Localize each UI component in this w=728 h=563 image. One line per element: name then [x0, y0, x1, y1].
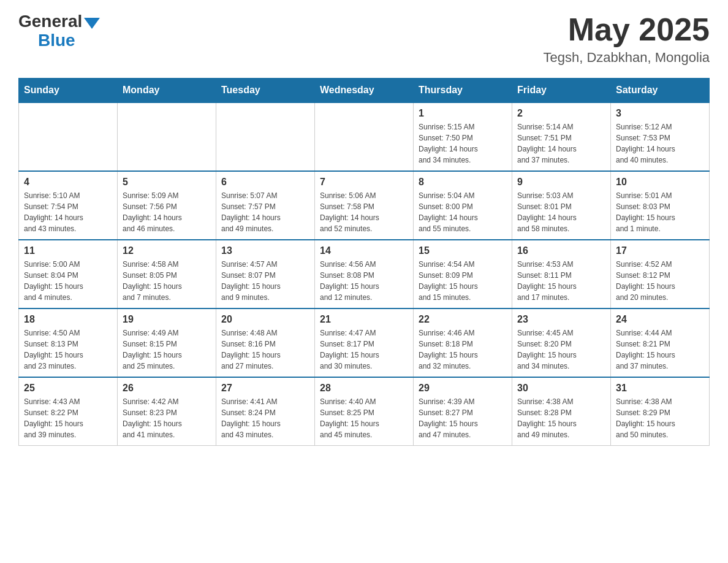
day-number: 19	[123, 314, 211, 325]
table-row: 7Sunrise: 5:06 AM Sunset: 7:58 PM Daylig…	[315, 171, 414, 240]
table-row: 31Sunrise: 4:38 AM Sunset: 8:29 PM Dayli…	[611, 377, 710, 446]
calendar-week-row: 1Sunrise: 5:15 AM Sunset: 7:50 PM Daylig…	[19, 102, 710, 171]
day-info: Sunrise: 4:39 AM Sunset: 8:27 PM Dayligh…	[419, 396, 507, 440]
table-row	[19, 102, 118, 171]
table-row	[216, 102, 315, 171]
table-row: 14Sunrise: 4:56 AM Sunset: 8:08 PM Dayli…	[315, 240, 414, 308]
day-number: 9	[517, 177, 605, 188]
day-number: 20	[221, 314, 309, 325]
day-info: Sunrise: 5:15 AM Sunset: 7:50 PM Dayligh…	[419, 121, 507, 166]
day-info: Sunrise: 5:14 AM Sunset: 7:51 PM Dayligh…	[517, 121, 605, 166]
table-row	[315, 102, 414, 171]
table-row: 26Sunrise: 4:42 AM Sunset: 8:23 PM Dayli…	[118, 377, 216, 446]
calendar-week-row: 4Sunrise: 5:10 AM Sunset: 7:54 PM Daylig…	[19, 171, 710, 240]
logo: General Blue	[18, 12, 100, 50]
day-info: Sunrise: 4:45 AM Sunset: 8:20 PM Dayligh…	[517, 327, 605, 372]
day-info: Sunrise: 4:52 AM Sunset: 8:12 PM Dayligh…	[616, 259, 704, 303]
day-number: 23	[517, 314, 605, 325]
table-row: 20Sunrise: 4:48 AM Sunset: 8:16 PM Dayli…	[216, 308, 315, 377]
day-number: 4	[24, 177, 112, 188]
day-info: Sunrise: 5:01 AM Sunset: 8:03 PM Dayligh…	[616, 190, 704, 234]
day-info: Sunrise: 4:54 AM Sunset: 8:09 PM Dayligh…	[419, 259, 507, 303]
table-row: 17Sunrise: 4:52 AM Sunset: 8:12 PM Dayli…	[611, 240, 710, 308]
day-info: Sunrise: 4:47 AM Sunset: 8:17 PM Dayligh…	[320, 327, 408, 372]
day-info: Sunrise: 5:12 AM Sunset: 7:53 PM Dayligh…	[616, 121, 704, 166]
day-number: 8	[419, 177, 507, 188]
day-info: Sunrise: 5:06 AM Sunset: 7:58 PM Dayligh…	[320, 190, 408, 234]
day-number: 28	[320, 383, 408, 394]
day-info: Sunrise: 4:38 AM Sunset: 8:29 PM Dayligh…	[616, 396, 704, 440]
day-number: 27	[221, 383, 309, 394]
day-number: 5	[123, 177, 211, 188]
header-saturday: Saturday	[611, 79, 710, 103]
day-number: 2	[517, 108, 605, 119]
table-row: 29Sunrise: 4:39 AM Sunset: 8:27 PM Dayli…	[414, 377, 512, 446]
table-row: 28Sunrise: 4:40 AM Sunset: 8:25 PM Dayli…	[315, 377, 414, 446]
table-row: 21Sunrise: 4:47 AM Sunset: 8:17 PM Dayli…	[315, 308, 414, 377]
table-row: 8Sunrise: 5:04 AM Sunset: 8:00 PM Daylig…	[414, 171, 512, 240]
table-row: 1Sunrise: 5:15 AM Sunset: 7:50 PM Daylig…	[414, 102, 512, 171]
day-info: Sunrise: 4:56 AM Sunset: 8:08 PM Dayligh…	[320, 259, 408, 303]
day-info: Sunrise: 5:03 AM Sunset: 8:01 PM Dayligh…	[517, 190, 605, 234]
day-number: 17	[616, 245, 704, 256]
title-area: May 2025 Tegsh, Dzabkhan, Mongolia	[544, 12, 710, 66]
day-info: Sunrise: 5:00 AM Sunset: 8:04 PM Dayligh…	[24, 259, 112, 303]
location-subtitle: Tegsh, Dzabkhan, Mongolia	[544, 50, 710, 66]
day-number: 13	[221, 245, 309, 256]
header-friday: Friday	[512, 79, 611, 103]
day-number: 29	[419, 383, 507, 394]
calendar-table: Sunday Monday Tuesday Wednesday Thursday…	[18, 78, 710, 446]
day-number: 1	[419, 108, 507, 119]
day-number: 22	[419, 314, 507, 325]
day-info: Sunrise: 4:44 AM Sunset: 8:21 PM Dayligh…	[616, 327, 704, 372]
logo-general-text: General	[18, 12, 82, 31]
logo-triangle-icon	[84, 18, 100, 29]
day-info: Sunrise: 5:04 AM Sunset: 8:00 PM Dayligh…	[419, 190, 507, 234]
table-row: 19Sunrise: 4:49 AM Sunset: 8:15 PM Dayli…	[118, 308, 216, 377]
table-row: 15Sunrise: 4:54 AM Sunset: 8:09 PM Dayli…	[414, 240, 512, 308]
table-row: 4Sunrise: 5:10 AM Sunset: 7:54 PM Daylig…	[19, 171, 118, 240]
day-number: 12	[123, 245, 211, 256]
header-monday: Monday	[118, 79, 216, 103]
header-tuesday: Tuesday	[216, 79, 315, 103]
table-row: 12Sunrise: 4:58 AM Sunset: 8:05 PM Dayli…	[118, 240, 216, 308]
header-sunday: Sunday	[19, 79, 118, 103]
calendar-week-row: 11Sunrise: 5:00 AM Sunset: 8:04 PM Dayli…	[19, 240, 710, 308]
day-number: 18	[24, 314, 112, 325]
calendar-week-row: 25Sunrise: 4:43 AM Sunset: 8:22 PM Dayli…	[19, 377, 710, 446]
day-info: Sunrise: 5:07 AM Sunset: 7:57 PM Dayligh…	[221, 190, 309, 234]
table-row: 13Sunrise: 4:57 AM Sunset: 8:07 PM Dayli…	[216, 240, 315, 308]
table-row: 5Sunrise: 5:09 AM Sunset: 7:56 PM Daylig…	[118, 171, 216, 240]
calendar-header-row: Sunday Monday Tuesday Wednesday Thursday…	[19, 79, 710, 103]
table-row: 10Sunrise: 5:01 AM Sunset: 8:03 PM Dayli…	[611, 171, 710, 240]
calendar-week-row: 18Sunrise: 4:50 AM Sunset: 8:13 PM Dayli…	[19, 308, 710, 377]
day-number: 25	[24, 383, 112, 394]
day-number: 30	[517, 383, 605, 394]
logo-blue-text: Blue	[38, 31, 75, 50]
day-number: 21	[320, 314, 408, 325]
day-info: Sunrise: 4:41 AM Sunset: 8:24 PM Dayligh…	[221, 396, 309, 440]
header-wednesday: Wednesday	[315, 79, 414, 103]
day-info: Sunrise: 4:50 AM Sunset: 8:13 PM Dayligh…	[24, 327, 112, 372]
day-number: 31	[616, 383, 704, 394]
day-info: Sunrise: 4:38 AM Sunset: 8:28 PM Dayligh…	[517, 396, 605, 440]
day-number: 15	[419, 245, 507, 256]
day-info: Sunrise: 4:49 AM Sunset: 8:15 PM Dayligh…	[123, 327, 211, 372]
table-row: 27Sunrise: 4:41 AM Sunset: 8:24 PM Dayli…	[216, 377, 315, 446]
day-info: Sunrise: 4:58 AM Sunset: 8:05 PM Dayligh…	[123, 259, 211, 303]
table-row: 30Sunrise: 4:38 AM Sunset: 8:28 PM Dayli…	[512, 377, 611, 446]
day-number: 16	[517, 245, 605, 256]
day-info: Sunrise: 4:42 AM Sunset: 8:23 PM Dayligh…	[123, 396, 211, 440]
header: General Blue May 2025 Tegsh, Dzabkhan, M…	[18, 12, 710, 66]
table-row: 22Sunrise: 4:46 AM Sunset: 8:18 PM Dayli…	[414, 308, 512, 377]
day-number: 24	[616, 314, 704, 325]
day-info: Sunrise: 4:40 AM Sunset: 8:25 PM Dayligh…	[320, 396, 408, 440]
month-year-title: May 2025	[544, 12, 710, 47]
day-number: 14	[320, 245, 408, 256]
table-row: 9Sunrise: 5:03 AM Sunset: 8:01 PM Daylig…	[512, 171, 611, 240]
table-row: 25Sunrise: 4:43 AM Sunset: 8:22 PM Dayli…	[19, 377, 118, 446]
day-info: Sunrise: 4:48 AM Sunset: 8:16 PM Dayligh…	[221, 327, 309, 372]
table-row: 16Sunrise: 4:53 AM Sunset: 8:11 PM Dayli…	[512, 240, 611, 308]
table-row	[118, 102, 216, 171]
day-number: 7	[320, 177, 408, 188]
